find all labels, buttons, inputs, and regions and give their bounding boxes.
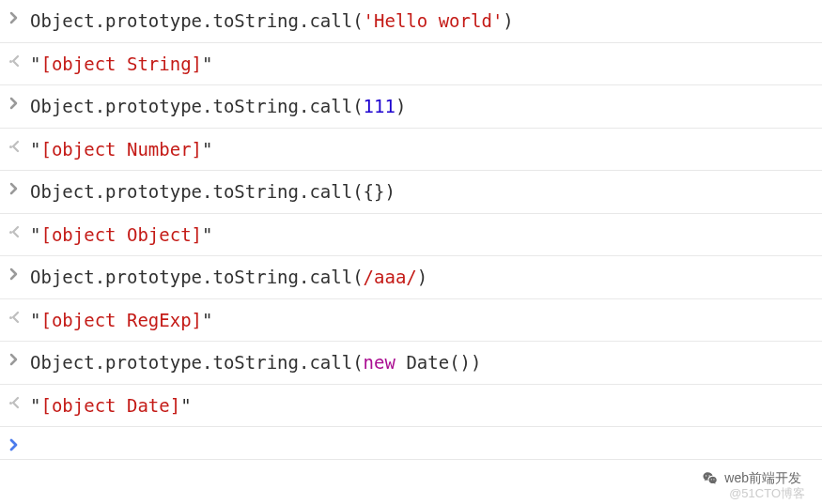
code-token: Object.prototype.toString.call( [30,96,364,116]
console-input-code: Object.prototype.toString.call(111) [30,93,813,120]
code-token: Object.prototype.toString.call( [30,352,364,373]
wechat-icon [702,470,719,487]
console-input-line: Object.prototype.toString.call('Hello wo… [0,0,822,43]
console-input-line: Object.prototype.toString.call({}) [0,171,822,214]
code-token: ) [417,267,427,287]
console-output-value: "[object Date]" [30,392,813,420]
code-token: Object.prototype.toString.call({}) [30,181,395,202]
code-token: " [30,395,40,416]
chevron-right-icon [9,353,30,366]
code-token: [object RegExp] [40,310,202,330]
code-token: Date()) [395,352,482,373]
code-token: " [202,310,212,330]
chevron-right-cursor-icon [9,438,30,451]
console-prompt-line[interactable] [0,427,822,460]
chevron-right-icon [9,182,30,195]
code-token: " [30,53,40,74]
code-token: [object String] [40,53,202,74]
code-token: 'Hello world' [364,10,504,31]
console-input-line: Object.prototype.toString.call(/aaa/) [0,256,822,299]
code-token: " [202,139,212,160]
console-output-value: "[object Number]" [30,136,813,163]
chevron-left-output-icon [9,396,30,409]
watermark-secondary: @51CTO博客 [729,485,805,502]
console-input-code: Object.prototype.toString.call(/aaa/) [30,264,813,291]
code-token: ) [395,96,406,116]
code-token: " [180,395,191,416]
console-output-value: "[object Object]" [30,221,813,249]
code-token: ) [503,10,513,31]
code-token: " [30,139,40,160]
chevron-right-icon [9,11,30,24]
console-input-code: Object.prototype.toString.call({}) [30,178,813,206]
code-token: new [364,352,395,373]
console-output-line: "[object Number]" [0,129,822,172]
chevron-right-icon [9,267,30,281]
console-input-line: Object.prototype.toString.call(new Date(… [0,342,822,385]
console-output-line: "[object Date]" [0,385,822,428]
console-output-value: "[object RegExp]" [30,307,813,334]
console-output-line: "[object Object]" [0,214,822,257]
code-token: [object Number] [40,139,202,160]
code-token: /aaa/ [364,267,417,287]
code-token: " [30,310,40,330]
code-token: [object Object] [40,224,202,245]
chevron-left-output-icon [9,140,30,153]
console-input-code: Object.prototype.toString.call(new Date(… [30,349,813,376]
console-output-value: "[object String]" [30,51,813,78]
console-input-code: Object.prototype.toString.call('Hello wo… [30,8,813,35]
code-token: Object.prototype.toString.call( [30,267,364,287]
code-token: " [202,224,212,245]
code-token: " [30,224,40,245]
console-input-line: Object.prototype.toString.call(111) [0,85,822,129]
code-token: Object.prototype.toString.call( [30,10,364,31]
chevron-left-output-icon [9,311,30,324]
console-output-line: "[object String]" [0,43,822,86]
chevron-left-output-icon [9,225,30,238]
chevron-left-output-icon [9,54,30,68]
chevron-right-icon [9,97,30,110]
console-output-panel: Object.prototype.toString.call('Hello wo… [0,0,822,460]
console-output-line: "[object RegExp]" [0,299,822,343]
code-token: 111 [364,96,395,116]
code-token: " [202,53,212,74]
code-token: [object Date] [40,395,180,416]
